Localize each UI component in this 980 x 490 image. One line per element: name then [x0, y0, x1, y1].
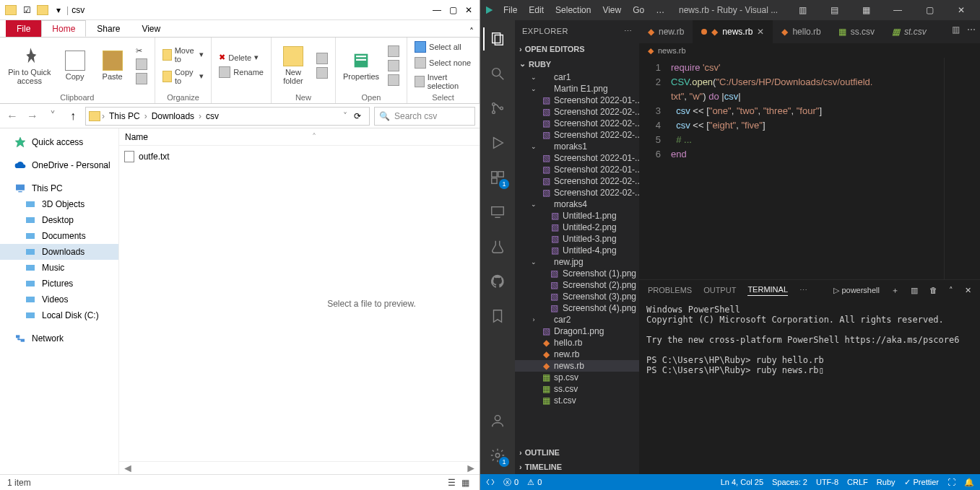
section-ruby[interactable]: ⌄RUBY	[515, 58, 639, 70]
paste-shortcut-button[interactable]	[133, 72, 150, 85]
search-input[interactable]: 🔍 Search csv	[374, 107, 475, 126]
code-editor[interactable]: 12 3456 require 'csv'CSV.open("C:/Users/…	[639, 58, 980, 279]
delete-button[interactable]: ✖Delete▾	[216, 52, 261, 63]
nav-item[interactable]: Downloads	[0, 244, 118, 260]
minimize-button[interactable]: —	[883, 5, 912, 15]
tree-node[interactable]: ▦sp.csv	[515, 372, 639, 383]
close-panel-icon[interactable]: ✕	[965, 286, 971, 295]
file-list[interactable]: outfe.txt	[119, 146, 264, 461]
nav-item[interactable]: Pictures	[0, 276, 118, 292]
new-terminal-icon[interactable]: ＋	[891, 285, 899, 296]
nav-item[interactable]: 3D Objects	[0, 196, 118, 212]
properties-button[interactable]: Properties	[340, 49, 382, 82]
code-content[interactable]: require 'csv'CSV.open("C:/Users/HP/Downl…	[668, 58, 944, 279]
layout-icon[interactable]: ▦	[851, 5, 880, 15]
nav-item[interactable]: OneDrive - Personal	[0, 157, 118, 173]
save-icon[interactable]: ☑	[20, 4, 33, 17]
paste-button[interactable]: Paste	[95, 49, 130, 82]
rename-button[interactable]: Rename	[216, 66, 266, 79]
menu-view[interactable]: View	[598, 5, 625, 15]
invert-selection-button[interactable]: Invert selection	[412, 72, 474, 91]
tree-node[interactable]: ◆hello.rb	[515, 337, 639, 349]
nav-item[interactable]: Desktop	[0, 212, 118, 228]
eol[interactable]: CRLF	[847, 478, 868, 486]
address-dropdown[interactable]: ˅	[343, 111, 347, 121]
tree-node[interactable]: ▧Screenshot (3).png	[515, 291, 639, 302]
nav-item[interactable]: This PC	[0, 180, 118, 196]
vsc-titlebar[interactable]: File Edit Selection View Go … news.rb - …	[480, 0, 980, 20]
tab-output[interactable]: OUTPUT	[703, 286, 736, 294]
copy-path-button[interactable]	[133, 58, 150, 71]
tab-share[interactable]: Share	[86, 20, 131, 37]
refresh-button[interactable]: ⟳	[349, 108, 366, 124]
edit-button[interactable]	[385, 59, 402, 72]
tab-terminal[interactable]: TERMINAL	[747, 285, 788, 296]
editor-tab[interactable]: ◆hello.rb	[773, 20, 829, 43]
scm-icon[interactable]	[483, 94, 512, 123]
editor-tab[interactable]: ◆news.rb✕	[693, 20, 773, 43]
kill-terminal-icon[interactable]: 🗑	[929, 286, 937, 294]
address-bar[interactable]: › This PC› Downloads› csv ˅ ⟳	[85, 107, 370, 126]
select-none-button[interactable]: Select none	[412, 56, 474, 69]
tree-node[interactable]: ▧Screenshot 2022-02-...	[515, 175, 639, 187]
copyto-button[interactable]: Copy to▾	[160, 67, 207, 86]
copy-button[interactable]: Copy	[58, 49, 92, 82]
editor-tab[interactable]: ▦st.csv	[883, 20, 935, 43]
bell-icon[interactable]: 🔔	[964, 478, 974, 487]
explorer-icon[interactable]	[483, 25, 512, 53]
extensions-icon[interactable]: 1	[483, 163, 512, 192]
errors-indicator[interactable]: ⓧ 0	[503, 477, 519, 488]
file-tree[interactable]: ⌄car1⌄Martin E1.png▧Screenshot 2022-01-.…	[515, 71, 639, 445]
pin-quick-access-button[interactable]: Pin to Quick access	[4, 45, 55, 87]
section-open-editors[interactable]: ›OPEN EDITORS	[515, 43, 639, 55]
tree-node[interactable]: ▧Untitled-4.png	[515, 245, 639, 256]
tree-node[interactable]: ▧Screenshot (4).png	[515, 302, 639, 314]
github-icon[interactable]	[483, 267, 512, 296]
details-view-icon[interactable]: ☰	[445, 478, 459, 488]
icons-view-icon[interactable]: ▦	[459, 478, 472, 488]
tree-node[interactable]: ⌄moraks1	[515, 141, 639, 152]
feedback-icon[interactable]: ⛶	[948, 478, 955, 486]
tab-view[interactable]: View	[131, 20, 171, 37]
terminal[interactable]: Windows PowerShell Copyright (C) Microso…	[639, 300, 980, 474]
section-outline[interactable]: ›OUTLINE	[515, 447, 639, 458]
tree-node[interactable]: ▧Dragon1.png	[515, 325, 639, 337]
bookmark-icon[interactable]	[483, 302, 512, 331]
tree-node[interactable]: ▧Screenshot 2022-02-...	[515, 106, 639, 118]
maximize-button[interactable]: ▢	[915, 5, 944, 15]
tree-node[interactable]: ◆new.rb	[515, 349, 639, 360]
moveto-button[interactable]: Move to▾	[160, 45, 207, 64]
tree-node[interactable]: ▧Screenshot 2022-02-...	[515, 118, 639, 129]
tree-node[interactable]: ▧Untitled-3.png	[515, 233, 639, 245]
layout-icon[interactable]: ▥	[788, 5, 817, 15]
select-all-button[interactable]: Select all	[412, 40, 464, 53]
split-terminal-icon[interactable]: ▥	[911, 286, 918, 295]
more-icon[interactable]: ⋯	[967, 25, 976, 35]
settings-icon[interactable]: 1	[483, 441, 512, 470]
qat-dropdown[interactable]: ▾	[52, 4, 65, 17]
close-tab-icon[interactable]: ✕	[757, 27, 764, 37]
menu-selection[interactable]: Selection	[551, 5, 595, 15]
close-button[interactable]: ✕	[947, 5, 976, 15]
remote-indicator[interactable]	[486, 478, 495, 486]
tree-node[interactable]: ▧Screenshot 2022-02-...	[515, 129, 639, 141]
encoding[interactable]: UTF-8	[816, 478, 838, 486]
tree-node[interactable]: ⌄new.jpg	[515, 256, 639, 268]
account-icon[interactable]	[483, 406, 512, 435]
layout-icon[interactable]: ▤	[820, 5, 849, 15]
prettier-status[interactable]: ✓ Prettier	[904, 478, 939, 487]
close-button[interactable]: ✕	[462, 4, 475, 17]
nav-item[interactable]: Local Disk (C:)	[0, 307, 118, 323]
fe-titlebar[interactable]: ☑ ▾ | csv — ▢ ✕	[0, 0, 480, 20]
tab-file[interactable]: File	[6, 20, 41, 37]
tree-node[interactable]: ▧Screenshot 2022-01-...	[515, 152, 639, 164]
tree-node[interactable]: ▧Screenshot (2).png	[515, 279, 639, 291]
back-button[interactable]: ←	[4, 108, 20, 124]
tree-node[interactable]: ▦st.csv	[515, 395, 639, 406]
forward-button[interactable]: →	[25, 108, 40, 124]
tree-node[interactable]: ▧Screenshot 2022-01-...	[515, 164, 639, 175]
indentation[interactable]: Spaces: 2	[772, 478, 807, 486]
tab-home[interactable]: Home	[41, 20, 86, 37]
tree-node[interactable]: ▦ss.csv	[515, 383, 639, 395]
tab-problems[interactable]: PROBLEMS	[648, 286, 692, 294]
